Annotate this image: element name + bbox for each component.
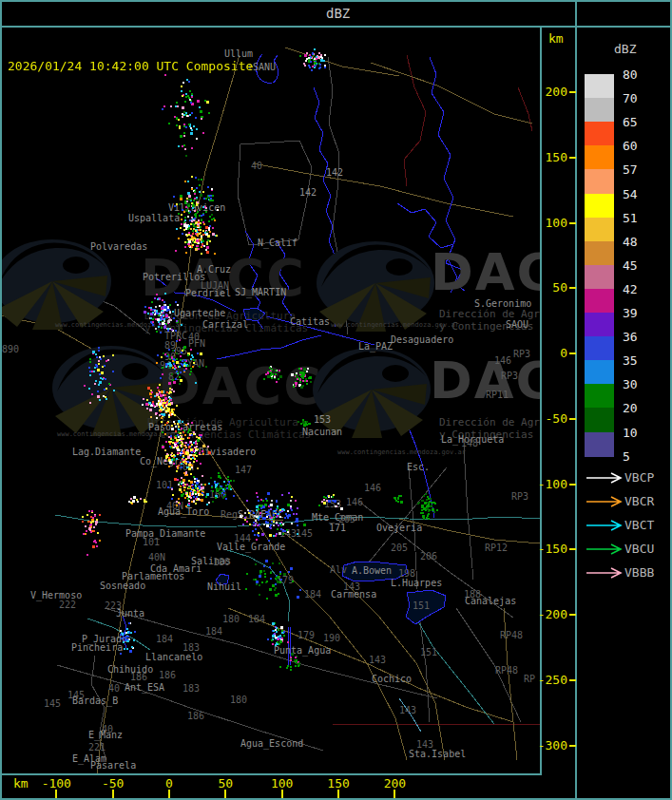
scale-block-35 [585, 360, 614, 385]
map-label: 180 [230, 695, 247, 705]
map-label: 171 [329, 523, 346, 533]
y-tick-mark [569, 157, 576, 159]
map-label: 40N [148, 552, 165, 562]
scale-tick-label: 54 [623, 187, 638, 201]
x-tick-label: 50 [219, 776, 234, 790]
map-label: A.Cruz [197, 264, 231, 275]
map-label: Catitas [290, 316, 330, 327]
y-tick-mark [569, 222, 576, 224]
y-tick-mark [569, 614, 576, 616]
x-tick-mark [394, 790, 395, 798]
map-label: 151 [420, 647, 437, 657]
y-tick-label: -200 [535, 607, 567, 621]
map-label: Villavicen [168, 202, 225, 213]
map-label: 184 [304, 589, 321, 600]
scale-block-65 [585, 122, 614, 146]
map-label: 40 [251, 161, 262, 171]
scale-tick-label: 48 [623, 235, 638, 249]
scale-block-36 [585, 336, 614, 361]
map-label: 145 [44, 698, 61, 709]
map-label: Carmensa [331, 589, 376, 600]
map-label: 190 [323, 633, 340, 643]
map-label: Sta.Isabel [409, 749, 466, 759]
map-label: 143 [399, 705, 416, 715]
arrow-icon [586, 519, 624, 532]
rivers-teal [55, 515, 540, 724]
scale-tick-label: 51 [623, 211, 638, 225]
map-label: 82 [168, 371, 180, 382]
watermark-url: www.contingencias.mendoza.gov.ar [331, 321, 459, 329]
map-right-border [540, 26, 542, 775]
map-label: 89 [164, 340, 176, 351]
legend-label-vbbb: VBBB [624, 565, 654, 580]
dacc-logo-icon [314, 239, 437, 334]
map-label: 221 [88, 742, 106, 752]
scale-tick-label: 5 [623, 449, 630, 464]
map-label: 184 [156, 634, 173, 644]
watermark-acronym: DACC [430, 355, 540, 407]
map-label: 186 [187, 711, 204, 721]
map-label: 206 [420, 551, 437, 562]
map-label: 146 [494, 355, 511, 366]
scale-block-60 [585, 145, 614, 170]
map-label: 40 [108, 683, 120, 694]
scale-block-30 [585, 384, 614, 409]
map-label: 143 [369, 655, 386, 665]
scale-block-57 [585, 169, 614, 194]
scale-tick-label: 39 [623, 306, 638, 320]
map-label: Punta_Agua [274, 645, 331, 656]
y-axis-unit: km [548, 31, 564, 46]
map-label: Agua_Toro [158, 506, 209, 517]
map-label: 205 [391, 543, 408, 553]
x-tick-label: -50 [102, 776, 124, 790]
map-label: S.Geronimo [474, 298, 531, 309]
map-label: 151 [413, 600, 430, 611]
map-label: 146 [364, 483, 381, 493]
scale-block-54 [585, 194, 614, 219]
map-label: 148 [461, 438, 478, 448]
dacc-logo-icon [2, 238, 114, 333]
map-label: 94 [160, 360, 171, 371]
map-label: Agua_Escond [240, 738, 303, 749]
scale-tick-label: 60 [623, 139, 638, 153]
y-tick-label: 0 [535, 346, 567, 360]
map-label: 222 [59, 600, 76, 610]
map-label: 180 [222, 614, 240, 624]
map-label: Carrizal [202, 319, 248, 330]
scale-tick-label: 20 [623, 401, 638, 415]
scale-block-48 [585, 241, 614, 266]
map-label: 186 [159, 670, 176, 680]
y-tick-mark [569, 679, 576, 681]
scale-tick-label: 57 [623, 162, 638, 177]
arrow-icon [586, 471, 624, 485]
watermark-acronym: DACC [158, 361, 323, 412]
map-label: RP3 [501, 371, 518, 381]
y-tick-label: -50 [535, 411, 567, 426]
legend-label-vbcr: VBCR [624, 494, 654, 508]
map-label: RP3 [511, 491, 528, 502]
title-bar: dBZ [0, 0, 672, 26]
watermark-url: www.contingencias.mendoza.gov.ar [55, 321, 183, 329]
map-label: 160 [209, 489, 226, 500]
map-label: 146 [346, 497, 363, 507]
map-label: Pasarela [90, 760, 136, 771]
x-axis-unit: km [13, 776, 29, 790]
y-tick-mark [569, 91, 576, 93]
map-label: RP12 [485, 543, 508, 553]
scale-tick-label: 30 [623, 377, 638, 391]
map-label: Perdriel [185, 288, 231, 298]
y-tick-mark [569, 418, 576, 420]
map-label: Nacunan [302, 427, 342, 437]
map-label: 153 [314, 414, 331, 425]
x-tick-mark [224, 790, 226, 798]
scale-block-70 [585, 98, 614, 123]
page-title: dBZ [326, 6, 350, 21]
arrow-icon [586, 543, 624, 556]
map-label: Lag.Diamante [72, 447, 141, 457]
map-label: RP11 [486, 390, 509, 400]
scale-tick-label: 42 [623, 282, 638, 296]
map-label: 179 [277, 575, 294, 585]
map-label: Cochico [372, 674, 412, 684]
map-label: La_PAZ [358, 341, 393, 352]
map-label: Pampa_Diamante [125, 528, 205, 539]
